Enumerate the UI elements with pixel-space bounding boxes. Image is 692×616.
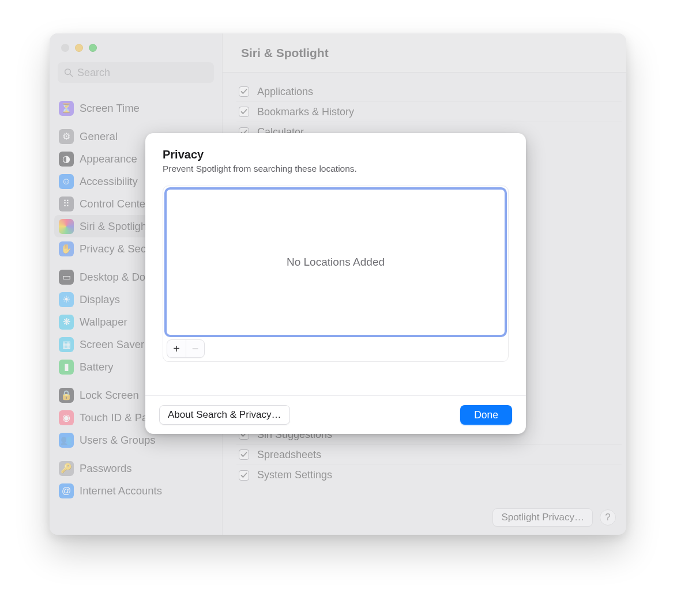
sidebar-item-label: Appearance — [80, 153, 137, 165]
sidebar-item-internet-accounts[interactable]: @Internet Accounts — [54, 479, 217, 502]
minimize-window-button[interactable] — [75, 44, 83, 52]
result-label: System Settings — [257, 469, 332, 481]
result-label: Spreadsheets — [257, 449, 321, 461]
users-groups-icon: 👥 — [59, 433, 74, 448]
spotlight-privacy-button[interactable]: Spotlight Privacy… — [492, 508, 593, 527]
siri-spotlight-icon — [59, 219, 74, 234]
displays-icon: ☀ — [59, 292, 74, 307]
search-input[interactable] — [58, 62, 214, 83]
touch-id-password-icon: ◉ — [59, 410, 74, 425]
sidebar-item-label: Users & Groups — [80, 434, 156, 447]
sidebar-item-label: Wallpaper — [80, 316, 127, 328]
sidebar-item-label: Screen Time — [80, 102, 140, 115]
page-title: Siri & Spotlight — [241, 46, 329, 60]
battery-icon: ▮ — [59, 360, 74, 375]
add-location-button[interactable]: + — [167, 340, 186, 357]
desktop-dock-icon: ▭ — [59, 270, 74, 285]
screen-saver-icon: ▦ — [59, 337, 74, 352]
sidebar-item-label: Lock Screen — [80, 389, 139, 402]
modal-title: Privacy — [163, 148, 509, 161]
add-remove-group: + − — [167, 339, 205, 358]
checkbox[interactable] — [239, 449, 249, 460]
sidebar-item-label: General — [80, 130, 118, 143]
checkbox[interactable] — [239, 470, 249, 481]
result-row-applications: Applications — [236, 82, 622, 102]
sidebar-item-screen-time[interactable]: ⏳Screen Time — [54, 97, 217, 119]
sidebar-item-label: Passwords — [80, 462, 131, 475]
help-button[interactable]: ? — [600, 509, 616, 526]
privacy-modal: Privacy Prevent Spotlight from searching… — [145, 133, 526, 434]
sidebar-item-label: Siri & Spotlight — [80, 220, 149, 233]
sidebar-item-label: Control Center — [80, 198, 149, 210]
internet-accounts-icon: @ — [59, 483, 74, 498]
sidebar-item-label: Screen Saver — [80, 338, 144, 351]
search-icon — [63, 67, 74, 78]
result-row-spreadsheets: Spreadsheets — [236, 445, 622, 465]
window-controls — [50, 33, 222, 59]
passwords-icon: 🔑 — [59, 461, 74, 476]
control-center-icon: ⠿ — [59, 196, 74, 211]
privacy-security-icon: ✋ — [59, 241, 74, 256]
wallpaper-icon: ❋ — [59, 315, 74, 330]
lock-screen-icon: 🔒 — [59, 388, 74, 403]
result-label: Applications — [257, 86, 313, 98]
svg-line-1 — [70, 74, 73, 77]
sidebar-item-label: Desktop & Dock — [80, 271, 156, 284]
remove-location-button[interactable]: − — [186, 340, 204, 357]
titlebar: Siri & Spotlight — [223, 33, 626, 73]
zoom-window-button[interactable] — [89, 44, 97, 52]
empty-state-text: No Locations Added — [287, 256, 385, 269]
accessibility-icon: ☺ — [59, 174, 74, 189]
sidebar-item-label: Displays — [80, 293, 120, 306]
sidebar-item-label: Internet Accounts — [80, 485, 162, 497]
locations-container: No Locations Added + − — [163, 186, 509, 362]
result-row-system-settings: System Settings — [236, 465, 622, 485]
about-search-privacy-button[interactable]: About Search & Privacy… — [159, 405, 290, 425]
done-button[interactable]: Done — [460, 405, 512, 425]
result-row-bookmarks-history: Bookmarks & History — [236, 102, 622, 122]
sidebar-item-label: Battery — [80, 361, 114, 373]
screen-time-icon: ⏳ — [59, 101, 74, 116]
close-window-button[interactable] — [61, 44, 69, 52]
modal-subtitle: Prevent Spotlight from searching these l… — [163, 164, 509, 174]
checkbox[interactable] — [239, 86, 249, 97]
general-icon: ⚙ — [59, 129, 74, 144]
appearance-icon: ◑ — [59, 152, 74, 167]
locations-listbox[interactable]: No Locations Added — [167, 190, 505, 335]
checkbox[interactable] — [239, 107, 249, 117]
result-label: Bookmarks & History — [257, 106, 354, 118]
sidebar-item-passwords[interactable]: 🔑Passwords — [54, 457, 217, 479]
sidebar-item-label: Accessibility — [80, 175, 138, 188]
